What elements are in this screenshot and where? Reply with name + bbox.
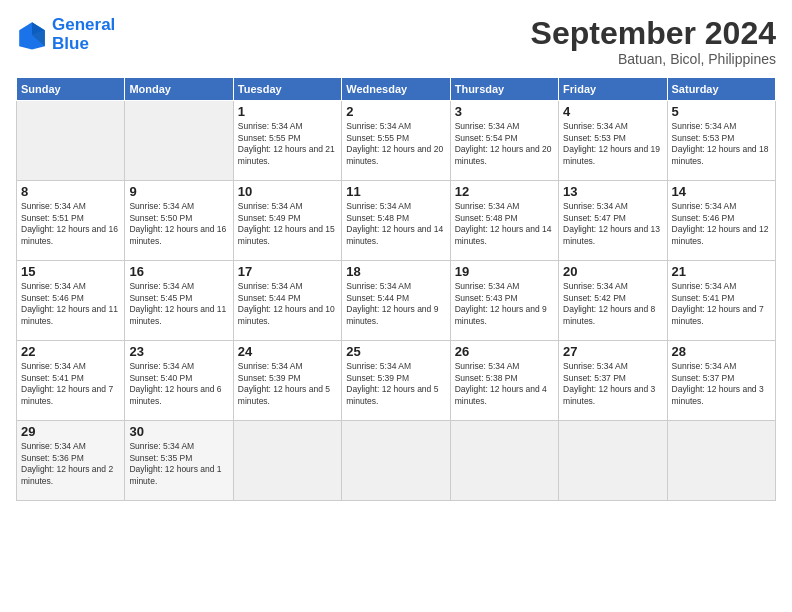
weekday-header: Sunday	[17, 78, 125, 101]
day-info: Sunrise: 5:34 AMSunset: 5:54 PMDaylight:…	[455, 121, 554, 167]
day-info: Sunrise: 5:34 AMSunset: 5:36 PMDaylight:…	[21, 441, 120, 487]
weekday-header: Wednesday	[342, 78, 450, 101]
day-number: 28	[672, 344, 771, 359]
day-info: Sunrise: 5:34 AMSunset: 5:50 PMDaylight:…	[129, 201, 228, 247]
day-number: 5	[672, 104, 771, 119]
logo-text: General Blue	[52, 16, 115, 53]
calendar-day-cell: 26Sunrise: 5:34 AMSunset: 5:38 PMDayligh…	[450, 341, 558, 421]
day-info: Sunrise: 5:34 AMSunset: 5:45 PMDaylight:…	[129, 281, 228, 327]
calendar-day-cell: 22Sunrise: 5:34 AMSunset: 5:41 PMDayligh…	[17, 341, 125, 421]
day-number: 27	[563, 344, 662, 359]
calendar-day-cell: 29Sunrise: 5:34 AMSunset: 5:36 PMDayligh…	[17, 421, 125, 501]
day-number: 16	[129, 264, 228, 279]
day-info: Sunrise: 5:34 AMSunset: 5:40 PMDaylight:…	[129, 361, 228, 407]
day-number: 12	[455, 184, 554, 199]
logo-icon	[16, 19, 48, 51]
weekday-header: Saturday	[667, 78, 775, 101]
empty-cell	[450, 421, 558, 501]
day-number: 20	[563, 264, 662, 279]
day-number: 2	[346, 104, 445, 119]
calendar-day-cell: 12Sunrise: 5:34 AMSunset: 5:48 PMDayligh…	[450, 181, 558, 261]
calendar-day-cell: 14Sunrise: 5:34 AMSunset: 5:46 PMDayligh…	[667, 181, 775, 261]
day-number: 18	[346, 264, 445, 279]
day-number: 30	[129, 424, 228, 439]
calendar-day-cell: 20Sunrise: 5:34 AMSunset: 5:42 PMDayligh…	[559, 261, 667, 341]
day-number: 11	[346, 184, 445, 199]
day-info: Sunrise: 5:34 AMSunset: 5:53 PMDaylight:…	[563, 121, 662, 167]
day-number: 22	[21, 344, 120, 359]
day-info: Sunrise: 5:34 AMSunset: 5:46 PMDaylight:…	[21, 281, 120, 327]
day-number: 9	[129, 184, 228, 199]
calendar-week-row: 1Sunrise: 5:34 AMSunset: 5:55 PMDaylight…	[17, 101, 776, 181]
header: General Blue September 2024 Batuan, Bico…	[16, 16, 776, 67]
calendar-week-row: 8Sunrise: 5:34 AMSunset: 5:51 PMDaylight…	[17, 181, 776, 261]
calendar-day-cell: 21Sunrise: 5:34 AMSunset: 5:41 PMDayligh…	[667, 261, 775, 341]
calendar-day-cell: 28Sunrise: 5:34 AMSunset: 5:37 PMDayligh…	[667, 341, 775, 421]
title-section: September 2024 Batuan, Bicol, Philippine…	[531, 16, 776, 67]
day-info: Sunrise: 5:34 AMSunset: 5:37 PMDaylight:…	[672, 361, 771, 407]
weekday-header: Friday	[559, 78, 667, 101]
calendar-table: SundayMondayTuesdayWednesdayThursdayFrid…	[16, 77, 776, 501]
day-info: Sunrise: 5:34 AMSunset: 5:47 PMDaylight:…	[563, 201, 662, 247]
calendar-day-cell: 17Sunrise: 5:34 AMSunset: 5:44 PMDayligh…	[233, 261, 341, 341]
location: Batuan, Bicol, Philippines	[531, 51, 776, 67]
day-number: 4	[563, 104, 662, 119]
day-info: Sunrise: 5:34 AMSunset: 5:41 PMDaylight:…	[21, 361, 120, 407]
day-number: 10	[238, 184, 337, 199]
day-info: Sunrise: 5:34 AMSunset: 5:46 PMDaylight:…	[672, 201, 771, 247]
empty-cell	[342, 421, 450, 501]
calendar-day-cell: 4Sunrise: 5:34 AMSunset: 5:53 PMDaylight…	[559, 101, 667, 181]
calendar-week-row: 29Sunrise: 5:34 AMSunset: 5:36 PMDayligh…	[17, 421, 776, 501]
day-number: 13	[563, 184, 662, 199]
day-number: 21	[672, 264, 771, 279]
day-info: Sunrise: 5:34 AMSunset: 5:42 PMDaylight:…	[563, 281, 662, 327]
calendar-day-cell: 2Sunrise: 5:34 AMSunset: 5:55 PMDaylight…	[342, 101, 450, 181]
logo: General Blue	[16, 16, 115, 53]
day-number: 1	[238, 104, 337, 119]
weekday-header-row: SundayMondayTuesdayWednesdayThursdayFrid…	[17, 78, 776, 101]
day-info: Sunrise: 5:34 AMSunset: 5:44 PMDaylight:…	[238, 281, 337, 327]
day-info: Sunrise: 5:34 AMSunset: 5:43 PMDaylight:…	[455, 281, 554, 327]
empty-cell	[559, 421, 667, 501]
calendar-day-cell: 13Sunrise: 5:34 AMSunset: 5:47 PMDayligh…	[559, 181, 667, 261]
calendar-day-cell: 15Sunrise: 5:34 AMSunset: 5:46 PMDayligh…	[17, 261, 125, 341]
day-info: Sunrise: 5:34 AMSunset: 5:41 PMDaylight:…	[672, 281, 771, 327]
day-info: Sunrise: 5:34 AMSunset: 5:35 PMDaylight:…	[129, 441, 228, 487]
calendar-day-cell: 16Sunrise: 5:34 AMSunset: 5:45 PMDayligh…	[125, 261, 233, 341]
day-info: Sunrise: 5:34 AMSunset: 5:39 PMDaylight:…	[238, 361, 337, 407]
calendar-day-cell: 5Sunrise: 5:34 AMSunset: 5:53 PMDaylight…	[667, 101, 775, 181]
day-number: 3	[455, 104, 554, 119]
calendar-day-cell: 9Sunrise: 5:34 AMSunset: 5:50 PMDaylight…	[125, 181, 233, 261]
day-info: Sunrise: 5:34 AMSunset: 5:51 PMDaylight:…	[21, 201, 120, 247]
day-number: 26	[455, 344, 554, 359]
calendar-day-cell: 10Sunrise: 5:34 AMSunset: 5:49 PMDayligh…	[233, 181, 341, 261]
calendar-day-cell: 25Sunrise: 5:34 AMSunset: 5:39 PMDayligh…	[342, 341, 450, 421]
day-info: Sunrise: 5:34 AMSunset: 5:48 PMDaylight:…	[455, 201, 554, 247]
day-number: 14	[672, 184, 771, 199]
calendar-day-cell: 19Sunrise: 5:34 AMSunset: 5:43 PMDayligh…	[450, 261, 558, 341]
weekday-header: Monday	[125, 78, 233, 101]
calendar-day-cell: 3Sunrise: 5:34 AMSunset: 5:54 PMDaylight…	[450, 101, 558, 181]
day-info: Sunrise: 5:34 AMSunset: 5:38 PMDaylight:…	[455, 361, 554, 407]
day-number: 25	[346, 344, 445, 359]
day-info: Sunrise: 5:34 AMSunset: 5:55 PMDaylight:…	[346, 121, 445, 167]
day-number: 24	[238, 344, 337, 359]
day-info: Sunrise: 5:34 AMSunset: 5:55 PMDaylight:…	[238, 121, 337, 167]
page: General Blue September 2024 Batuan, Bico…	[0, 0, 792, 612]
calendar-day-cell: 24Sunrise: 5:34 AMSunset: 5:39 PMDayligh…	[233, 341, 341, 421]
calendar-day-cell: 11Sunrise: 5:34 AMSunset: 5:48 PMDayligh…	[342, 181, 450, 261]
day-info: Sunrise: 5:34 AMSunset: 5:49 PMDaylight:…	[238, 201, 337, 247]
empty-cell	[17, 101, 125, 181]
calendar-week-row: 22Sunrise: 5:34 AMSunset: 5:41 PMDayligh…	[17, 341, 776, 421]
day-info: Sunrise: 5:34 AMSunset: 5:44 PMDaylight:…	[346, 281, 445, 327]
day-number: 8	[21, 184, 120, 199]
calendar-day-cell: 27Sunrise: 5:34 AMSunset: 5:37 PMDayligh…	[559, 341, 667, 421]
day-number: 19	[455, 264, 554, 279]
empty-cell	[233, 421, 341, 501]
calendar-week-row: 15Sunrise: 5:34 AMSunset: 5:46 PMDayligh…	[17, 261, 776, 341]
day-info: Sunrise: 5:34 AMSunset: 5:37 PMDaylight:…	[563, 361, 662, 407]
day-info: Sunrise: 5:34 AMSunset: 5:53 PMDaylight:…	[672, 121, 771, 167]
weekday-header: Tuesday	[233, 78, 341, 101]
calendar-day-cell: 30Sunrise: 5:34 AMSunset: 5:35 PMDayligh…	[125, 421, 233, 501]
day-number: 23	[129, 344, 228, 359]
